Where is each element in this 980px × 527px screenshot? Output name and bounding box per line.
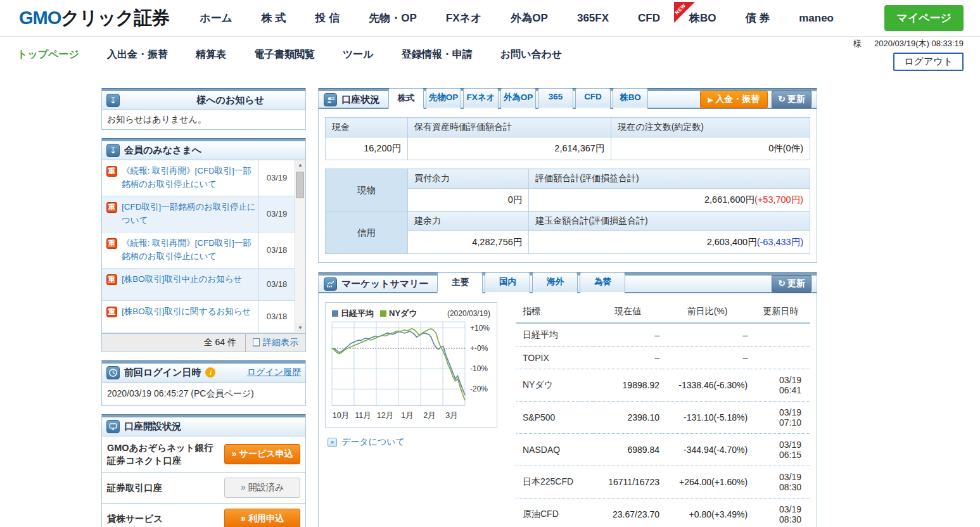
account-opening-box: 口座開設状況 GMOあおぞらネット銀行証券コネクト口座 »サービス申込 証券取引…: [101, 414, 306, 527]
market-col-header: 更新日時: [751, 302, 810, 323]
subnav-item[interactable]: 登録情報・申請: [402, 48, 473, 61]
subnav-item[interactable]: ツール: [343, 48, 374, 61]
deposit-transfer-button[interactable]: ▶入金・振替: [700, 91, 768, 108]
subnav-item[interactable]: 入出金・振替: [107, 48, 168, 61]
chevron-right-icon: »: [328, 438, 337, 447]
market-col-header: 前日比(%): [663, 302, 751, 323]
tab-株BO[interactable]: 株BO: [613, 88, 648, 109]
member-news-row: 重 [株BO取引]取引中止のお知らせ 03/18: [102, 269, 295, 301]
topnav-item[interactable]: 債 券: [745, 11, 770, 25]
scroll-up-icon[interactable]: ▲: [295, 160, 305, 170]
subnav-item[interactable]: お問い合わせ: [500, 48, 563, 61]
inbox-icon: ↧: [106, 94, 120, 107]
tab-FXネオ[interactable]: FXネオ: [463, 88, 499, 109]
personal-notice-body: お知らせはありません。: [102, 110, 305, 129]
refresh-button[interactable]: ↻更新: [772, 91, 811, 108]
account-opening-header: 口座開設状況: [102, 415, 305, 436]
refresh-button[interactable]: ↻更新: [772, 275, 811, 293]
holdings-value: 2,614,367円: [408, 137, 611, 160]
subnav-item[interactable]: 精算表: [196, 48, 226, 61]
news-detail-link[interactable]: 詳細表示: [245, 334, 305, 352]
important-badge: 重: [106, 238, 117, 249]
tab-主要[interactable]: 主要: [437, 272, 483, 293]
topnav-item[interactable]: 投 信: [315, 11, 340, 25]
market-row: S&P500 2398.10 -131.10(-5.18%) 03/19 07:…: [516, 402, 810, 434]
member-news-date: 03/18: [258, 301, 295, 333]
logout-button[interactable]: ログアウト: [893, 53, 964, 71]
refresh-icon: ↻: [778, 94, 786, 104]
scrollbar-thumb[interactable]: [296, 172, 304, 198]
status-opened-button[interactable]: »開設済み: [224, 478, 300, 498]
chart-legend: 日経平均NYダウ(2020/03/19): [329, 308, 493, 321]
tab-CFD[interactable]: CFD: [575, 88, 611, 109]
last-login-title: 前回ログイン日時: [124, 367, 201, 379]
important-badge: 重: [106, 274, 117, 285]
topnav-item[interactable]: NEW株BO: [689, 11, 716, 25]
topnav-item[interactable]: 外為OP: [511, 11, 548, 25]
market-summary-panel: マーケットサマリー 主要国内海外為替 ↻更新 日経平均NYダウ(2020/03/…: [318, 272, 817, 527]
person-icon: [324, 93, 337, 106]
main-column: 口座状況 株式先物OPFXネオ外為OP365CFD株BO ▶入金・振替 ↻更新 …: [318, 88, 817, 527]
apply-button[interactable]: »利用申込: [224, 509, 300, 527]
subnav-item[interactable]: トップページ: [17, 48, 79, 61]
topnav-item[interactable]: FXネオ: [446, 11, 482, 25]
market-col-header: 指標: [516, 302, 593, 323]
member-news-date: 03/19: [258, 160, 295, 196]
index-updated: 03/19 08:30: [751, 498, 810, 527]
account-status-body: 現金 保有資産時価評価額合計 現在の注文数(約定数) 16,200円 2,614…: [319, 109, 817, 262]
member-news-link[interactable]: 《続報: 取引再開》[CFD取引]一部銘柄のお取引停止にいて: [122, 237, 256, 264]
inbox-icon: ↧: [106, 144, 120, 157]
member-news-date: 03/19: [258, 196, 295, 232]
tab-海外[interactable]: 海外: [532, 272, 578, 293]
member-news-link[interactable]: [株BO取引]取引中止のお知らせ: [122, 273, 242, 296]
market-row: NASDAQ 6989.84 -344.94(-4.70%) 03/19 06:…: [516, 434, 810, 466]
col-header-margin-power: 建余力: [408, 212, 529, 231]
member-news-link[interactable]: [CFD取引]一部銘柄のお取引停止について: [122, 201, 256, 227]
topnav-item[interactable]: maneo: [799, 12, 834, 25]
account-opening-row: 貸株サービス »利用申込: [102, 504, 305, 527]
index-name: NASDAQ: [516, 434, 593, 466]
market-index-table: 指標現在値前日比(%)更新日時 日経平均 – – TOPIX – – NYダウ …: [516, 302, 810, 527]
index-value: 19898.92: [593, 369, 663, 402]
topnav-item[interactable]: ホーム: [200, 11, 232, 25]
tab-為替[interactable]: 為替: [580, 272, 625, 293]
market-chart-column: 日経平均NYダウ(2020/03/19) +10%+-0%-10%-20%10月…: [325, 302, 506, 527]
scroll-down-icon[interactable]: ▼: [295, 323, 305, 333]
index-name: 日本225CFD: [516, 466, 593, 498]
mypage-button[interactable]: マイページ: [884, 5, 964, 31]
account-opening-row: GMOあおぞらネット銀行証券コネクト口座 »サービス申込: [102, 436, 305, 473]
index-name: NYダウ: [516, 369, 593, 402]
index-updated: [751, 347, 810, 369]
member-news-link[interactable]: [株BO取引]取引に関するお知らせ: [122, 305, 251, 328]
tab-国内[interactable]: 国内: [485, 272, 530, 293]
index-name: S&P500: [516, 402, 593, 434]
subnav-item[interactable]: 電子書類閲覧: [254, 48, 315, 61]
topnav-item[interactable]: 365FX: [577, 12, 609, 25]
index-value: 6989.84: [593, 434, 663, 466]
apply-button[interactable]: »サービス申込: [224, 444, 300, 464]
login-history-link[interactable]: ログイン履歴: [247, 367, 301, 378]
legend-swatch: [380, 310, 386, 317]
chevron-right-icon: »: [241, 482, 246, 492]
info-icon[interactable]: i: [205, 367, 215, 378]
buying-power-value: 0円: [408, 189, 529, 212]
tab-外為OP[interactable]: 外為OP: [500, 88, 536, 109]
topnav-item[interactable]: 株 式: [262, 11, 286, 25]
tab-株式[interactable]: 株式: [388, 88, 424, 109]
index-change: –: [663, 323, 751, 347]
tab-365[interactable]: 365: [538, 88, 573, 109]
scrollbar[interactable]: ▲ ▼: [295, 160, 305, 333]
brand-logo[interactable]: GMOクリック証券: [19, 6, 169, 31]
personal-notice-box: ↧ 様へのお知らせ お知らせはありません。: [101, 88, 306, 130]
user-session-area: 様 2020/03/19(木) 08:33:19 ログアウト: [853, 38, 964, 71]
market-row: 日経平均 – –: [516, 323, 810, 347]
member-news-link[interactable]: 《続報: 取引再開》[CFD取引]一部銘柄のお取引停止にいて: [122, 165, 256, 191]
index-name: TOPIX: [516, 347, 593, 369]
svg-text:3月: 3月: [445, 411, 457, 420]
member-news-date: 03/18: [258, 232, 295, 268]
member-news-row: 重 [CFD取引]一部銘柄のお取引停止について 03/19: [102, 196, 295, 232]
topnav-item[interactable]: 先物・OP: [369, 11, 417, 25]
tab-先物OP[interactable]: 先物OP: [426, 88, 461, 109]
about-data-link[interactable]: データについて: [341, 436, 405, 448]
topnav-item[interactable]: CFD: [638, 12, 660, 25]
